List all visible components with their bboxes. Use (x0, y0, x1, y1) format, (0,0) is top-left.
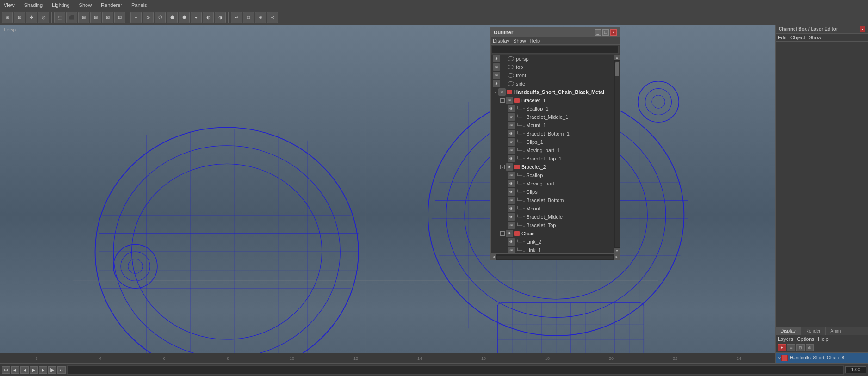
tree-item-front[interactable]: 👁 front (491, 71, 614, 80)
vscroll-down-btn[interactable]: ▼ (614, 248, 620, 253)
tree-item-clips1[interactable]: 👁 └─○ Clips_1 (491, 138, 614, 146)
playback-go-end-btn[interactable]: ⏭ (57, 366, 66, 374)
expand-handcuffs-group[interactable]: - (493, 90, 497, 94)
layers-menu-options[interactable]: Options (797, 336, 814, 342)
menu-lighting[interactable]: Lighting (50, 1, 72, 9)
toolbar-btn-6[interactable]: ⬛ (66, 12, 77, 23)
toolbar-btn-3[interactable]: ✥ (26, 12, 37, 23)
playback-next-key-btn[interactable]: |▶ (48, 366, 56, 374)
expand-bracelet2[interactable]: - (500, 165, 505, 169)
playback-next-frame-btn[interactable]: ▶ (39, 366, 47, 374)
toolbar-btn-8[interactable]: ⊟ (90, 12, 101, 23)
playback-prev-frame-btn[interactable]: ◀ (20, 366, 29, 374)
toolbar-btn-17[interactable]: ◐ (203, 12, 214, 23)
tree-item-side[interactable]: 👁 side (491, 80, 614, 88)
toolbar-btn-5[interactable]: ⬚ (54, 12, 65, 23)
toolbar-btn-2[interactable]: ⊡ (14, 12, 25, 23)
menu-view[interactable]: View (2, 1, 17, 9)
layers-menu-layers[interactable]: Layers (778, 336, 793, 342)
tree-item-mount[interactable]: 👁 └─○ Mount (491, 204, 614, 213)
expand-bracelet1[interactable]: - (500, 98, 505, 103)
toolbar-btn-7[interactable]: ⊞ (78, 12, 89, 23)
tree-item-bracelet2-group[interactable]: - 👁 Bracelet_2 (491, 163, 614, 171)
tree-item-persp[interactable]: 👁 persp (491, 55, 614, 63)
tree-item-chain-group[interactable]: - 👁 Chain (491, 229, 614, 238)
toolbar-btn-19[interactable]: ↩ (231, 12, 242, 23)
right-sidebar-close-btn[interactable]: × (860, 26, 865, 32)
outliner-menu-help[interactable]: Help (530, 38, 540, 43)
toolbar-btn-22[interactable]: ≺ (267, 12, 278, 23)
tree-item-bracelet-bottom1[interactable]: 👁 └─○ Bracelet_Bottom_1 (491, 129, 614, 138)
vscroll-up-btn[interactable]: ▲ (614, 55, 620, 60)
tree-item-mount1[interactable]: 👁 └─○ Mount_1 (491, 121, 614, 129)
outliner-titlebar[interactable]: Outliner _ □ × (491, 28, 620, 37)
label-link2: Link_2 (526, 239, 541, 245)
toolbar-btn-4[interactable]: ◎ (38, 12, 49, 23)
tree-item-bracelet-top1[interactable]: 👁 └─○ Bracelet_Top_1 (491, 154, 614, 163)
toolbar-sep-1 (51, 12, 52, 23)
layer-item-handcuffs[interactable]: V Handcuffs_Short_Chain_B (776, 353, 868, 363)
viewport-container[interactable]: x y Persp Outliner _ □ × Display (0, 25, 775, 363)
menu-renderer[interactable]: Renderer (99, 1, 124, 9)
outliner-menu-show[interactable]: Show (513, 38, 526, 43)
tree-item-moving-part[interactable]: 👁 └─○ Moving_part (491, 179, 614, 188)
vscroll-thumb[interactable] (615, 62, 619, 76)
tree-item-clips[interactable]: 👁 └─○ Clips (491, 188, 614, 196)
tab-render[interactable]: Render (801, 327, 826, 335)
layers-btn-3[interactable]: ⊟ (796, 344, 805, 351)
playback-prev-key-btn[interactable]: ◀| (11, 366, 19, 374)
toolbar-btn-18[interactable]: ◑ (215, 12, 226, 23)
tree-item-scallop[interactable]: 👁 └─○ Scallop (491, 171, 614, 179)
outliner-vscrollbar[interactable]: ▲ ▼ (614, 55, 620, 253)
toolbar-btn-21[interactable]: ⊕ (255, 12, 266, 23)
toolbar-btn-13[interactable]: ⬡ (155, 12, 166, 23)
tab-anim[interactable]: Anim (826, 327, 846, 335)
outliner-close-btn[interactable]: × (610, 29, 617, 36)
layers-menu-help[interactable]: Help (818, 336, 829, 342)
ruler-tick-12: 12 (324, 356, 388, 361)
layers-btn-4[interactable]: ⊕ (806, 344, 814, 351)
tree-item-bracelet-top[interactable]: 👁 └─○ Bracelet_Top (491, 221, 614, 229)
tree-item-link2[interactable]: 👁 └─○ Link_2 (491, 238, 614, 246)
playback-play-btn[interactable]: ▶ (30, 366, 38, 374)
tree-item-bracelet-middle[interactable]: 👁 └─○ Bracelet_Middle (491, 213, 614, 221)
right-sidebar-menu-show[interactable]: Show (809, 35, 822, 40)
outliner-tree[interactable]: 👁 persp 👁 top 👁 (491, 55, 614, 253)
layers-btn-new[interactable]: + (778, 344, 786, 351)
ruler-tick-20: 20 (579, 356, 643, 361)
layers-btn-2[interactable]: ≡ (787, 344, 795, 351)
expand-chain[interactable]: - (500, 231, 505, 236)
tree-item-scallop1[interactable]: 👁 └─○ Scallop_1 (491, 105, 614, 113)
tree-item-bracelet-middle1[interactable]: 👁 └─○ Bracelet_Middle_1 (491, 113, 614, 121)
right-sidebar-menu-edit[interactable]: Edit (778, 35, 787, 40)
outliner-maximize-btn[interactable]: □ (602, 29, 609, 36)
tab-display[interactable]: Display (776, 327, 801, 335)
outliner-minimize-btn[interactable]: _ (595, 29, 601, 36)
menu-show[interactable]: Show (77, 1, 94, 9)
toolbar-btn-10[interactable]: ⊡ (114, 12, 125, 23)
tree-item-link1[interactable]: 👁 └─○ Link_1 (491, 246, 614, 253)
tree-item-bracelet-bottom[interactable]: 👁 └─○ Bracelet_Bottom (491, 196, 614, 204)
toolbar-btn-20[interactable]: □ (243, 12, 254, 23)
tree-item-bracelet1-group[interactable]: - 👁 Bracelet_1 (491, 96, 614, 105)
toolbar-btn-15[interactable]: ⬢ (179, 12, 190, 23)
tree-item-moving-part1[interactable]: 👁 └─○ Moving_part_1 (491, 146, 614, 154)
toolbar-btn-1[interactable]: ⊞ (2, 12, 13, 23)
hscroll-left-btn[interactable]: ◄ (491, 254, 496, 260)
tree-item-top[interactable]: 👁 top (491, 63, 614, 71)
toolbar-btn-9[interactable]: ⊠ (102, 12, 113, 23)
toolbar-btn-16[interactable]: ● (191, 12, 202, 23)
hscroll-right-btn[interactable]: ► (614, 254, 620, 260)
menu-panels[interactable]: Panels (130, 1, 149, 9)
outliner-search-input[interactable] (492, 46, 619, 54)
viewport[interactable]: x y Persp (0, 25, 775, 363)
playback-go-start-btn[interactable]: ⏮ (2, 366, 10, 374)
right-sidebar-menu-object[interactable]: Object (790, 35, 805, 40)
outliner-menu-display[interactable]: Display (493, 38, 509, 43)
tree-item-handcuffs-group[interactable]: - 👁 Handcuffs_Short_Chain_Black_Metal (491, 88, 614, 96)
timeline-track[interactable] (67, 365, 844, 375)
toolbar-btn-14[interactable]: ⬟ (167, 12, 178, 23)
toolbar-btn-12[interactable]: ⊙ (143, 12, 154, 23)
menu-shading[interactable]: Shading (22, 1, 44, 9)
toolbar-btn-11[interactable]: ⌖ (130, 12, 142, 23)
